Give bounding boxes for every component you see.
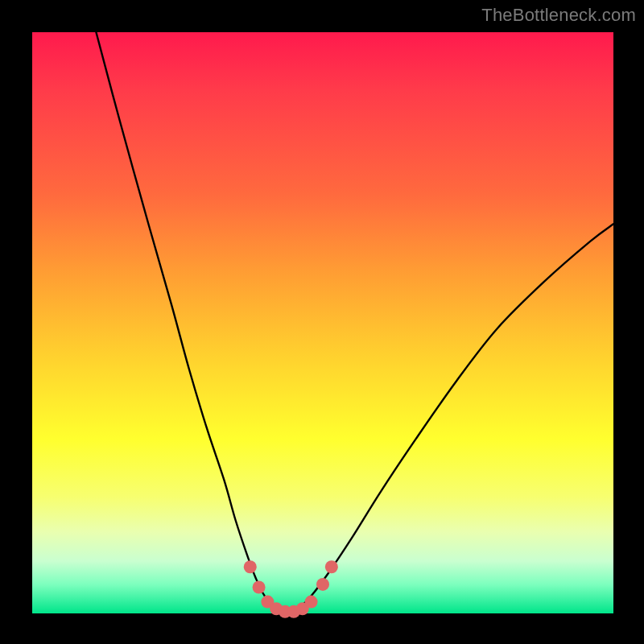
chart-frame: TheBottleneck.com bbox=[0, 0, 644, 644]
chart-svg bbox=[32, 32, 613, 613]
highlight-dot bbox=[316, 578, 329, 591]
plot-area bbox=[32, 32, 613, 613]
watermark-text: TheBottleneck.com bbox=[481, 5, 636, 26]
highlight-dot bbox=[325, 560, 338, 573]
bottleneck-curve bbox=[96, 32, 613, 613]
highlight-dot bbox=[253, 581, 266, 594]
highlight-dot bbox=[244, 560, 257, 573]
highlight-dot bbox=[305, 596, 318, 609]
highlight-dots bbox=[244, 560, 338, 618]
